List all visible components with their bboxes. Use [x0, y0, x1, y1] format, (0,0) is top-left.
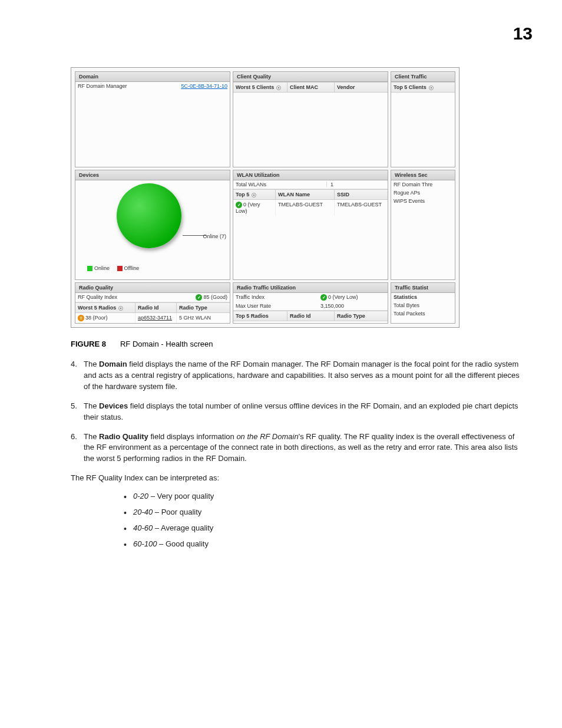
screenshot-figure: Domain RF Domain Manager 5C-0E-8B-34-71-…: [71, 67, 459, 328]
domain-manager-link[interactable]: 5C-0E-8B-34-71-10: [181, 83, 227, 89]
sort-icon[interactable]: [276, 85, 281, 90]
text: field displays information: [148, 432, 237, 441]
list-item: 60-100 – Good quality: [124, 539, 527, 550]
list-item: 4. The Domain field displays the name of…: [71, 359, 527, 393]
total-wlans-value: 1: [326, 182, 385, 187]
item-number: 4.: [71, 359, 84, 393]
table-cell: 38 (Poor): [85, 315, 108, 321]
bold-term: Devices: [99, 401, 128, 410]
figure-caption: FIGURE 8RF Domain - Health screen: [71, 340, 527, 348]
domain-manager-label: RF Domain Manager: [78, 83, 181, 89]
desc: – Very poor quality: [148, 492, 214, 500]
panel-client-traffic: Client Traffic Top 5 Clients: [391, 71, 455, 167]
col-header: Radio Id: [287, 311, 335, 321]
panel-header: Devices: [75, 170, 230, 180]
panel-devices: Devices Online (7) Online Offline: [75, 170, 230, 280]
col-header: Worst 5 Clients: [236, 84, 274, 90]
sort-icon[interactable]: [252, 193, 256, 197]
bold-term: Domain: [99, 360, 127, 368]
max-user-rate-value: 3,150,000: [320, 303, 385, 309]
rf-quality-index-label: RF Quality Index: [78, 294, 196, 301]
radio-id-link[interactable]: ap6532-34711: [138, 315, 172, 321]
pie-chart-icon: [117, 183, 181, 248]
desc: – Good quality: [157, 539, 208, 548]
legend-offline: Offline: [124, 265, 140, 271]
item-number: 6.: [71, 431, 84, 465]
col-header: Radio Type: [335, 311, 388, 321]
figure-label: FIGURE 8: [71, 340, 106, 348]
panel-header: Traffic Statist: [391, 283, 455, 293]
panel-header: Radio Traffic Utilization: [233, 283, 388, 293]
table-cell: TMELABS-GUEST: [335, 200, 388, 216]
text: field displays the total number of onlin…: [84, 401, 518, 421]
list-item: 40-60 – Average quality: [124, 523, 527, 534]
text: field displays the name of the RF Domain…: [84, 360, 520, 391]
list-item: Statistics: [394, 294, 417, 300]
panel-header: Domain: [75, 72, 230, 82]
range: 60-100: [133, 539, 157, 548]
traffic-index-value: 0 (Very Low): [328, 294, 358, 300]
desc: – Poor quality: [153, 508, 201, 516]
range: 0-20: [133, 492, 148, 500]
italic-text: on the RF Domain: [236, 432, 298, 441]
legend-swatch-online-icon: [87, 266, 92, 271]
list-item: 0-20 – Very poor quality: [124, 491, 527, 502]
desc: – Average quality: [153, 523, 213, 532]
text: The: [84, 401, 99, 410]
panel-header: Wireless Sec: [391, 170, 455, 180]
table-cell: TMELABS-GUEST: [276, 200, 335, 216]
text: The: [84, 432, 99, 441]
list-item: 20-40 – Poor quality: [124, 507, 527, 518]
rf-quality-index-value: 85 (Good): [203, 294, 227, 300]
col-header: Vendor: [335, 83, 388, 92]
item-number: 5.: [71, 401, 84, 423]
traffic-index-label: Traffic Index: [236, 294, 320, 301]
panel-domain: Domain RF Domain Manager 5C-0E-8B-34-71-…: [75, 71, 230, 167]
check-icon: ✓: [196, 294, 202, 301]
check-icon: ✓: [320, 294, 327, 301]
warning-icon: !!: [78, 315, 84, 321]
bold-term: Radio Quality: [99, 432, 148, 441]
panel-wlan-utilization: WLAN Utilization Total WLANs 1 Top 5 WLA…: [233, 170, 388, 280]
col-header: Top 5 Clients: [394, 84, 427, 90]
panel-header: WLAN Utilization: [233, 170, 388, 180]
intro-text: The RF Quality Index can be interpreted …: [71, 473, 527, 484]
panel-client-quality: Client Quality Worst 5 Clients Client MA…: [233, 71, 388, 167]
page-number: 13: [35, 24, 533, 44]
panel-traffic-statistics: Traffic Statist Statistics Total Bytes T…: [391, 282, 455, 324]
panel-header: Client Quality: [233, 72, 388, 82]
range: 40-60: [133, 523, 153, 532]
check-icon: ✓: [236, 202, 242, 208]
list-item: Rogue APs: [394, 190, 420, 196]
sort-icon[interactable]: [429, 85, 434, 90]
table-cell: 5 GHz WLAN: [177, 313, 230, 323]
sort-icon[interactable]: [118, 306, 123, 311]
panel-radio-traffic: Radio Traffic Utilization Traffic Index …: [233, 282, 388, 324]
list-item: WIPS Events: [394, 198, 425, 204]
panel-wireless-security: Wireless Sec RF Domain Thre Rogue APs WI…: [391, 170, 455, 280]
col-header: WLAN Name: [276, 190, 335, 199]
panel-header: Client Traffic: [391, 72, 455, 82]
list-item: Total Packets: [394, 311, 425, 317]
list-item: 5. The Devices field displays the total …: [71, 401, 527, 423]
pie-slice-label: Online (7): [203, 233, 226, 239]
figure-caption-text: RF Domain - Health screen: [120, 340, 213, 348]
panel-header: Radio Quality: [75, 283, 230, 293]
list-item: Total Bytes: [394, 302, 419, 308]
legend-swatch-offline-icon: [117, 266, 123, 271]
legend-online: Online: [94, 265, 110, 271]
list-item: 6. The Radio Quality field displays info…: [71, 431, 527, 465]
col-header: Client MAC: [287, 83, 335, 92]
panel-radio-quality: Radio Quality RF Quality Index ✓85 (Good…: [75, 282, 230, 324]
col-header: SSID: [335, 190, 388, 199]
max-user-rate-label: Max User Rate: [236, 303, 320, 309]
list-item: RF Domain Thre: [394, 182, 432, 187]
col-header: Radio Id: [135, 303, 177, 312]
total-wlans-label: Total WLANs: [236, 182, 326, 187]
range: 20-40: [133, 508, 153, 516]
col-header: Worst 5 Radios: [78, 305, 116, 311]
col-header: Radio Type: [177, 303, 230, 312]
text: The: [84, 360, 99, 368]
col-header: Top 5: [236, 192, 249, 197]
col-header: Top 5 Radios: [236, 313, 269, 319]
